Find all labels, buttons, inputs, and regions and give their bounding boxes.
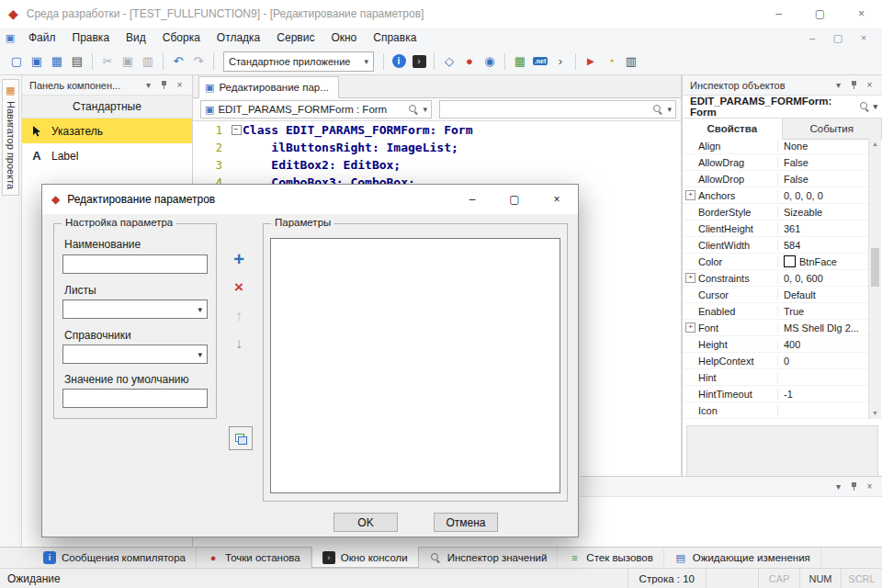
chevron-down-icon[interactable]: ▾ xyxy=(141,78,156,93)
dialog-maximize-button[interactable]: ▢ xyxy=(493,185,536,214)
parameters-list[interactable] xyxy=(270,238,560,493)
menu-service[interactable]: Сервис xyxy=(268,28,322,48)
property-row-hint[interactable]: Hint xyxy=(683,369,868,386)
dialog-title-bar[interactable]: ◆ Редактирование параметров – ▢ × xyxy=(42,185,578,214)
info-icon[interactable]: i xyxy=(390,52,408,71)
component-item-pointer[interactable]: Указатель xyxy=(22,119,192,143)
ok-button[interactable]: OK xyxy=(334,513,398,532)
minimize-button[interactable]: – xyxy=(758,0,799,28)
chevron-down-icon[interactable]: ▾ xyxy=(831,78,846,93)
pin-icon[interactable] xyxy=(156,78,172,93)
search-debug-icon[interactable]: ◉ xyxy=(481,52,499,71)
mdi-restore-button[interactable]: ▢ xyxy=(829,32,847,44)
editor-search-input[interactable]: ▾ xyxy=(439,100,676,119)
property-row-allowdrag[interactable]: AllowDragFalse xyxy=(683,154,868,171)
breakpoints-icon[interactable]: ● xyxy=(460,52,479,71)
property-row-helpcontext[interactable]: HelpContext0 xyxy=(683,353,868,369)
tab-compiler-messages[interactable]: i Сообщения компилятора xyxy=(33,548,197,568)
dotnet-icon[interactable]: .net xyxy=(531,52,549,71)
scroll-up-icon[interactable]: ▲ xyxy=(869,138,881,150)
pin-icon[interactable] xyxy=(846,480,862,494)
pin-icon[interactable] xyxy=(846,78,862,93)
component-item-label-control[interactable]: A Label xyxy=(22,143,192,168)
component-category-standard[interactable]: Стандартные xyxy=(22,96,192,119)
dialog-close-button[interactable]: × xyxy=(536,185,578,214)
add-parameter-button[interactable]: + xyxy=(229,249,249,269)
close-icon[interactable]: × xyxy=(172,78,187,93)
structure-icon[interactable]: ◇ xyxy=(440,52,458,71)
scroll-down-icon[interactable]: ▼ xyxy=(869,407,881,419)
print-icon[interactable]: ▤ xyxy=(68,52,86,71)
move-down-button[interactable]: ↓ xyxy=(229,334,249,354)
build-config-select[interactable]: Стандартное приложение ▾ xyxy=(223,51,374,72)
tab-call-stack[interactable]: ≡ Стек вызовов xyxy=(558,548,663,568)
menu-file[interactable]: Файл xyxy=(20,28,64,48)
expand-icon[interactable]: + xyxy=(685,273,695,283)
cancel-button[interactable]: Отмена xyxy=(434,513,498,532)
tab-value-inspector[interactable]: Инспектор значений xyxy=(419,548,559,568)
tab-properties[interactable]: Свойства xyxy=(683,119,783,140)
copy-parameters-button[interactable] xyxy=(229,426,253,450)
references-select[interactable]: ▾ xyxy=(62,345,208,364)
delete-parameter-button[interactable]: × xyxy=(229,277,249,297)
table-icon[interactable]: ▦ xyxy=(511,52,529,71)
close-icon[interactable]: × xyxy=(862,480,877,494)
new-file-icon[interactable]: ▢ xyxy=(7,52,26,71)
property-row-constraints[interactable]: +Constraints0, 0, 600 xyxy=(683,270,868,287)
menu-edit[interactable]: Правка xyxy=(64,28,119,48)
menu-debug[interactable]: Отладка xyxy=(209,28,268,48)
history-icon[interactable]: ◔ xyxy=(602,52,620,71)
property-row-hinttimeout[interactable]: HintTimeout-1 xyxy=(683,386,868,402)
property-row-clientheight[interactable]: ClientHeight361 xyxy=(683,220,868,237)
chevron-down-icon[interactable]: ▾ xyxy=(831,480,846,494)
maximize-button[interactable]: ▢ xyxy=(799,0,841,28)
menu-window[interactable]: Окно xyxy=(322,28,365,48)
property-row-align[interactable]: AlignNone xyxy=(683,138,868,154)
menu-build[interactable]: Сборка xyxy=(154,28,209,48)
undo-icon[interactable]: ↶ xyxy=(169,52,187,71)
chevron-down-icon[interactable]: ▾ xyxy=(423,105,427,114)
deploy-icon[interactable]: ► xyxy=(582,52,600,71)
tab-events[interactable]: События xyxy=(783,119,882,139)
inspector-scrollbar[interactable]: ▲ ▼ xyxy=(868,138,881,419)
property-row-height[interactable]: Height400 xyxy=(683,336,868,353)
mdi-minimize-button[interactable]: – xyxy=(803,32,821,44)
property-row-font[interactable]: +FontMS Shell Dlg 2... xyxy=(683,320,868,336)
tab-breakpoints[interactable]: ● Точки останова xyxy=(197,548,311,568)
expand-icon[interactable]: + xyxy=(685,190,695,200)
fold-toggle-icon[interactable]: − xyxy=(230,125,243,135)
search-icon[interactable] xyxy=(859,101,869,112)
code-area[interactable]: 1 − Class EDIT_PARAMS_FORMForm: Form 2 i… xyxy=(193,121,681,191)
inspector-object-select[interactable]: EDIT_PARAMS_FORMForm: Form ▾ xyxy=(683,96,882,119)
dialog-minimize-button[interactable]: – xyxy=(451,185,493,214)
search-icon[interactable] xyxy=(652,104,663,115)
project-navigator-tab[interactable]: ▦ Навигатор проекта xyxy=(2,79,19,196)
property-row-color[interactable]: ColorBtnFace xyxy=(683,254,868,270)
property-row-borderstyle[interactable]: BorderStyleSizeable xyxy=(683,204,868,220)
editor-tab-edit-params[interactable]: ▣ Редактирование пар... xyxy=(198,76,339,98)
move-up-button[interactable]: ↑ xyxy=(229,306,249,326)
default-value-input[interactable] xyxy=(62,389,208,408)
close-button[interactable]: × xyxy=(841,0,882,28)
paste-icon[interactable]: ▥ xyxy=(139,52,157,71)
expand-icon[interactable]: + xyxy=(685,322,695,333)
scrollbar-thumb[interactable] xyxy=(871,248,879,287)
name-input[interactable] xyxy=(62,254,208,274)
menu-view[interactable]: Вид xyxy=(118,28,154,48)
sheets-select[interactable]: ▾ xyxy=(62,300,208,319)
mdi-close-button[interactable]: × xyxy=(854,32,873,44)
menu-help[interactable]: Справка xyxy=(365,28,424,48)
close-icon[interactable]: × xyxy=(862,78,877,93)
database-icon[interactable]: ▥ xyxy=(622,52,640,71)
cut-icon[interactable]: ✂ xyxy=(98,52,117,71)
redo-icon[interactable]: ↷ xyxy=(189,52,208,71)
copy-icon[interactable]: ▣ xyxy=(119,52,137,71)
property-row-anchors[interactable]: +Anchors0, 0, 0, 0 xyxy=(683,187,868,204)
property-row-cursor[interactable]: CursorDefault xyxy=(683,287,868,303)
chevron-down-icon[interactable]: ▾ xyxy=(667,105,672,114)
chevron-down-icon[interactable]: ▾ xyxy=(873,102,877,111)
search-icon[interactable] xyxy=(408,104,419,115)
property-row-enabled[interactable]: EnabledTrue xyxy=(683,303,868,320)
save-icon[interactable]: ▣ xyxy=(28,52,46,71)
tab-pending-changes[interactable]: ▤ Ожидающие изменения xyxy=(664,548,821,568)
